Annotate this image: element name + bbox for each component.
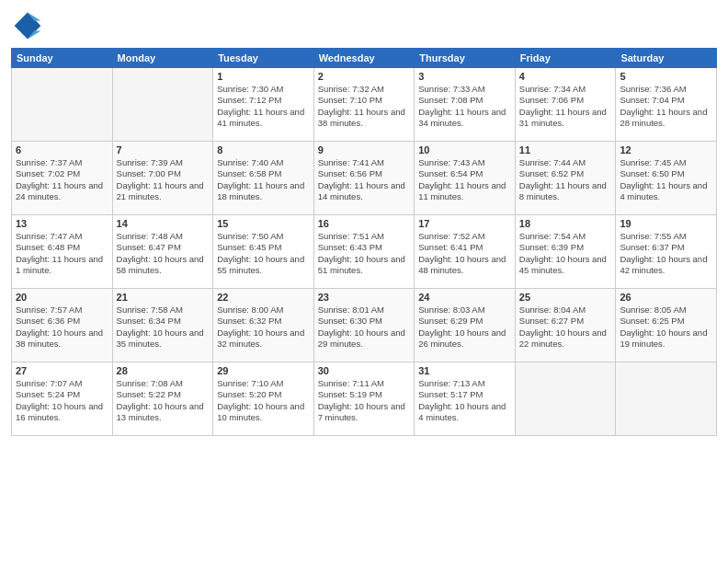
- daylight: Daylight: 10 hours and 29 minutes.: [318, 327, 411, 350]
- sunrise: Sunrise: 7:48 AM: [117, 231, 210, 242]
- calendar-week-1: 1Sunrise: 7:30 AMSunset: 7:12 PMDaylight…: [12, 68, 717, 142]
- sunset: Sunset: 6:32 PM: [217, 316, 310, 327]
- daylight: Daylight: 10 hours and 16 minutes.: [16, 401, 108, 424]
- day-number: 3: [418, 71, 511, 82]
- day-cell-22: 22Sunrise: 8:00 AMSunset: 6:32 PMDayligh…: [213, 289, 314, 362]
- calendar-week-3: 13Sunrise: 7:47 AMSunset: 6:48 PMDayligh…: [12, 215, 717, 289]
- day-info: Sunrise: 7:36 AMSunset: 7:04 PMDaylight:…: [620, 84, 712, 129]
- sunset: Sunset: 7:12 PM: [217, 95, 310, 106]
- day-number: 30: [318, 365, 411, 376]
- page: SundayMondayTuesdayWednesdayThursdayFrid…: [0, 0, 728, 563]
- sunset: Sunset: 5:22 PM: [117, 389, 210, 400]
- empty-cell: [515, 362, 616, 436]
- day-info: Sunrise: 7:34 AMSunset: 7:06 PMDaylight:…: [519, 84, 612, 129]
- day-info: Sunrise: 7:08 AMSunset: 5:22 PMDaylight:…: [117, 378, 210, 423]
- daylight: Daylight: 11 hours and 4 minutes.: [620, 180, 712, 203]
- empty-cell: [616, 362, 717, 436]
- day-number: 21: [117, 292, 210, 303]
- sunrise: Sunrise: 7:07 AM: [16, 378, 108, 389]
- sunrise: Sunrise: 7:37 AM: [16, 157, 108, 168]
- header: [11, 9, 717, 42]
- sunrise: Sunrise: 7:30 AM: [217, 84, 310, 95]
- daylight: Daylight: 11 hours and 11 minutes.: [418, 180, 511, 203]
- sunset: Sunset: 7:10 PM: [318, 95, 411, 106]
- sunset: Sunset: 6:45 PM: [217, 242, 310, 253]
- day-info: Sunrise: 8:03 AMSunset: 6:29 PMDaylight:…: [418, 304, 511, 350]
- sunset: Sunset: 6:48 PM: [16, 242, 108, 253]
- col-header-friday: Friday: [515, 49, 616, 68]
- day-number: 22: [217, 292, 310, 303]
- sunset: Sunset: 7:02 PM: [16, 168, 108, 179]
- sunset: Sunset: 7:06 PM: [519, 95, 612, 106]
- daylight: Daylight: 11 hours and 18 minutes.: [217, 180, 310, 203]
- sunset: Sunset: 5:19 PM: [318, 389, 411, 400]
- sunset: Sunset: 6:37 PM: [620, 242, 712, 253]
- daylight: Daylight: 11 hours and 8 minutes.: [519, 180, 612, 203]
- sunrise: Sunrise: 7:52 AM: [418, 231, 511, 242]
- daylight: Daylight: 10 hours and 13 minutes.: [117, 401, 210, 424]
- sunrise: Sunrise: 7:41 AM: [318, 157, 411, 168]
- day-cell-24: 24Sunrise: 8:03 AMSunset: 6:29 PMDayligh…: [415, 289, 516, 362]
- day-info: Sunrise: 7:30 AMSunset: 7:12 PMDaylight:…: [217, 84, 310, 129]
- day-number: 16: [318, 218, 411, 229]
- daylight: Daylight: 11 hours and 38 minutes.: [318, 107, 411, 130]
- day-number: 13: [16, 218, 108, 229]
- day-cell-16: 16Sunrise: 7:51 AMSunset: 6:43 PMDayligh…: [313, 215, 415, 289]
- day-cell-13: 13Sunrise: 7:47 AMSunset: 6:48 PMDayligh…: [12, 215, 113, 289]
- col-header-sunday: Sunday: [12, 49, 113, 68]
- day-cell-9: 9Sunrise: 7:41 AMSunset: 6:56 PMDaylight…: [313, 142, 415, 215]
- day-cell-2: 2Sunrise: 7:32 AMSunset: 7:10 PMDaylight…: [313, 68, 415, 142]
- day-info: Sunrise: 8:00 AMSunset: 6:32 PMDaylight:…: [217, 304, 310, 350]
- sunset: Sunset: 6:56 PM: [318, 168, 411, 179]
- daylight: Daylight: 10 hours and 26 minutes.: [418, 327, 511, 350]
- daylight: Daylight: 10 hours and 42 minutes.: [620, 254, 712, 277]
- day-info: Sunrise: 8:01 AMSunset: 6:30 PMDaylight:…: [318, 304, 411, 350]
- day-number: 12: [620, 144, 712, 155]
- empty-cell: [12, 68, 113, 142]
- calendar-week-4: 20Sunrise: 7:57 AMSunset: 6:36 PMDayligh…: [12, 289, 717, 362]
- sunset: Sunset: 6:30 PM: [318, 316, 411, 327]
- daylight: Daylight: 10 hours and 19 minutes.: [620, 327, 712, 350]
- day-cell-19: 19Sunrise: 7:55 AMSunset: 6:37 PMDayligh…: [616, 215, 717, 289]
- day-cell-7: 7Sunrise: 7:39 AMSunset: 7:00 PMDaylight…: [112, 142, 213, 215]
- day-number: 4: [519, 71, 612, 82]
- sunrise: Sunrise: 8:03 AM: [418, 304, 511, 316]
- day-info: Sunrise: 7:32 AMSunset: 7:10 PMDaylight:…: [318, 84, 411, 129]
- day-info: Sunrise: 7:37 AMSunset: 7:02 PMDaylight:…: [16, 157, 108, 202]
- sunset: Sunset: 6:27 PM: [519, 316, 612, 327]
- day-info: Sunrise: 7:40 AMSunset: 6:58 PMDaylight:…: [217, 157, 310, 202]
- day-cell-23: 23Sunrise: 8:01 AMSunset: 6:30 PMDayligh…: [313, 289, 415, 362]
- sunrise: Sunrise: 7:39 AM: [117, 157, 210, 168]
- daylight: Daylight: 10 hours and 32 minutes.: [217, 327, 310, 350]
- daylight: Daylight: 10 hours and 7 minutes.: [318, 401, 411, 424]
- day-number: 10: [418, 144, 511, 155]
- day-cell-29: 29Sunrise: 7:10 AMSunset: 5:20 PMDayligh…: [213, 362, 314, 436]
- sunset: Sunset: 5:20 PM: [217, 389, 310, 400]
- sunset: Sunset: 6:58 PM: [217, 168, 310, 179]
- sunrise: Sunrise: 7:34 AM: [519, 84, 612, 95]
- sunset: Sunset: 7:00 PM: [117, 168, 210, 179]
- sunset: Sunset: 6:43 PM: [318, 242, 411, 253]
- sunrise: Sunrise: 8:01 AM: [318, 304, 411, 316]
- sunrise: Sunrise: 7:13 AM: [418, 378, 511, 389]
- sunrise: Sunrise: 7:54 AM: [519, 231, 612, 242]
- sunrise: Sunrise: 7:11 AM: [318, 378, 411, 389]
- sunrise: Sunrise: 7:47 AM: [16, 231, 108, 242]
- sunrise: Sunrise: 7:58 AM: [117, 304, 210, 316]
- daylight: Daylight: 10 hours and 51 minutes.: [318, 254, 411, 277]
- logo-icon: [11, 9, 44, 42]
- day-cell-25: 25Sunrise: 8:04 AMSunset: 6:27 PMDayligh…: [515, 289, 616, 362]
- day-cell-5: 5Sunrise: 7:36 AMSunset: 7:04 PMDaylight…: [616, 68, 717, 142]
- day-cell-20: 20Sunrise: 7:57 AMSunset: 6:36 PMDayligh…: [12, 289, 113, 362]
- day-info: Sunrise: 7:47 AMSunset: 6:48 PMDaylight:…: [16, 231, 108, 276]
- sunset: Sunset: 6:39 PM: [519, 242, 612, 253]
- col-header-wednesday: Wednesday: [313, 49, 415, 68]
- sunrise: Sunrise: 7:55 AM: [620, 231, 712, 242]
- day-cell-11: 11Sunrise: 7:44 AMSunset: 6:52 PMDayligh…: [515, 142, 616, 215]
- day-cell-15: 15Sunrise: 7:50 AMSunset: 6:45 PMDayligh…: [213, 215, 314, 289]
- day-cell-18: 18Sunrise: 7:54 AMSunset: 6:39 PMDayligh…: [515, 215, 616, 289]
- sunset: Sunset: 6:50 PM: [620, 168, 712, 179]
- day-number: 26: [620, 292, 712, 303]
- day-number: 19: [620, 218, 712, 229]
- empty-cell: [112, 68, 213, 142]
